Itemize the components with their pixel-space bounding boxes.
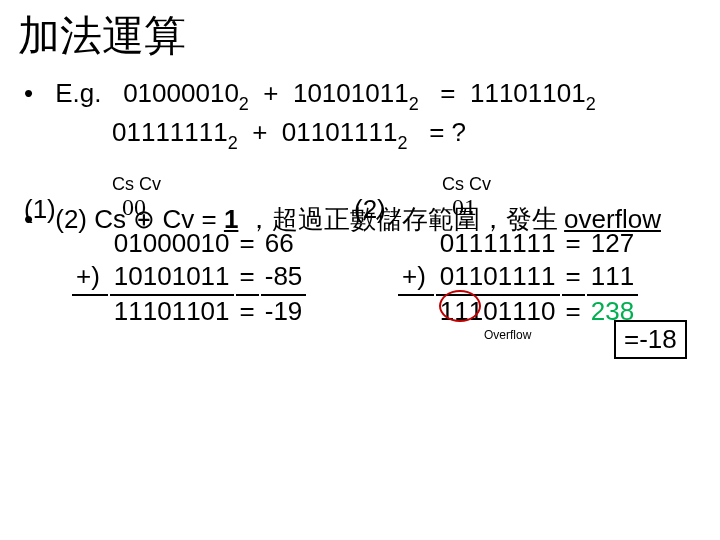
calc1-r3-dec: -19 xyxy=(261,294,307,327)
slide-title: 加法運算 xyxy=(0,0,720,64)
example-line2: 011111112 + 011011112 = ? xyxy=(0,117,720,152)
calc-row: (1) Cs Cv 00 01000010 = 66 +) 10101011 =… xyxy=(0,152,720,174)
eg2-eq: = ? xyxy=(429,117,466,147)
calc1-r2-eq: = xyxy=(236,261,259,292)
eg2-b: 01101111 xyxy=(282,117,398,147)
eg2-bsub: 2 xyxy=(397,133,407,153)
calc1-r1-dec: 66 xyxy=(261,228,307,259)
eg-label: E.g. xyxy=(55,78,101,108)
calc1-table: 01000010 = 66 +) 10101011 = -85 11101101… xyxy=(70,226,308,329)
calc2-cscv: Cs Cv xyxy=(442,174,491,195)
example-line1: • E.g. 010000102 + 101010112 = 111011012 xyxy=(0,64,720,113)
calc2-r2-eq: = xyxy=(562,261,585,292)
eg1-r: 11101101 xyxy=(470,78,586,108)
eg1-asub: 2 xyxy=(239,94,249,114)
eg1-eq: = xyxy=(440,78,455,108)
calc1-label: (1) xyxy=(24,194,56,225)
calc2-r3-eq: = xyxy=(562,294,585,327)
calc2-plus: +) xyxy=(398,261,434,292)
calc1-cscv: Cs Cv xyxy=(112,174,161,195)
calc2-r1-dec: 127 xyxy=(587,228,638,259)
calc2-table: 01111111 = 127 +) 01101111 = 111 1110111… xyxy=(396,226,640,329)
calc1-r3-bin: 11101101 xyxy=(110,294,234,327)
eg2-plus: + xyxy=(252,117,267,147)
eg1-bsub: 2 xyxy=(409,94,419,114)
calc2-label: (2) xyxy=(354,194,386,225)
eq-negative-18: =-18 xyxy=(614,320,687,359)
calc1-r3-eq: = xyxy=(236,294,259,327)
table-row: 01111111 = 127 xyxy=(398,228,638,259)
eg2-a: 01111111 xyxy=(112,117,228,147)
table-row: 11101101 = -19 xyxy=(72,294,306,327)
eg1-a: 01000010 xyxy=(123,78,239,108)
calc1-r2-bin: 10101011 xyxy=(110,261,234,292)
calc1-plus: +) xyxy=(72,261,108,292)
eg1-rsub: 2 xyxy=(586,94,596,114)
calc2-hand-bits: 01 xyxy=(452,194,476,221)
eg2-asub: 2 xyxy=(228,133,238,153)
calc2-r1-bin: 01111111 xyxy=(436,228,560,259)
calc1-r2-dec: -85 xyxy=(261,261,307,292)
eg1-plus: + xyxy=(263,78,278,108)
overflow-label: Overflow xyxy=(484,328,531,342)
calc1-hand-bits: 00 xyxy=(122,194,146,221)
table-row: 01000010 = 66 xyxy=(72,228,306,259)
table-row: +) 10101011 = -85 xyxy=(72,261,306,292)
calc2-r1-eq: = xyxy=(562,228,585,259)
bullet-icon: • xyxy=(24,78,48,109)
calc2-r2-dec: 111 xyxy=(587,261,638,292)
calc2-r2-bin: 01101111 xyxy=(436,261,560,292)
calc1-r1-bin: 01000010 xyxy=(110,228,234,259)
table-row: +) 01101111 = 111 xyxy=(398,261,638,292)
eg1-b: 10101011 xyxy=(293,78,409,108)
table-row: 11101110 = 238 xyxy=(398,294,638,327)
calc1-r1-eq: = xyxy=(236,228,259,259)
